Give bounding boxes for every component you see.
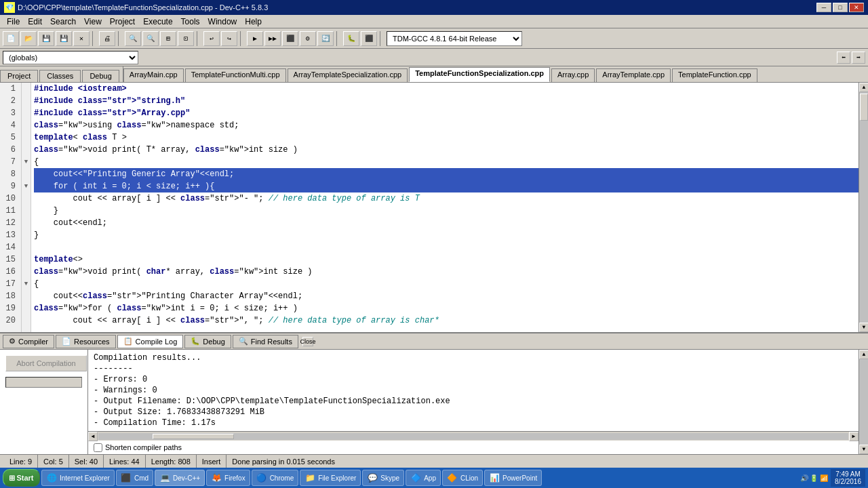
code-line-19[interactable]: class="kw">for ( class="kw">int i = 0; i… [34,302,859,314]
code-line-14[interactable] [34,241,859,253]
scroll-track[interactable] [859,92,868,323]
code-line-9[interactable]: for ( int i = 0; i < size; i++ ){ [34,180,859,192]
close-bottom-panel-button[interactable]: Close [302,337,313,346]
file-tab-Array-cpp[interactable]: Array.cpp [551,68,595,82]
close-file-button[interactable]: ✕ [73,31,90,46]
code-line-5[interactable]: template< class T > [34,131,859,144]
bottom-tab-debug[interactable]: 🐛Debug [184,335,231,348]
minimize-button[interactable]: ─ [816,3,831,12]
taskbar-app-firefox[interactable]: 🦊Firefox [206,470,250,486]
menu-item-file[interactable]: File [3,16,24,27]
open-button[interactable]: 📂 [20,31,37,46]
zoom-100-button[interactable]: ⊡ [178,31,194,46]
nav-back-button[interactable]: ⬅ [837,52,850,64]
code-line-17[interactable]: { [34,278,859,290]
file-tab-ArrayMain-cpp[interactable]: ArrayMain.cpp [123,68,184,82]
code-line-7[interactable]: { [34,156,859,168]
code-line-15[interactable]: template<> [34,253,859,266]
file-tab-TemplateFunctionSpecialization-cpp[interactable]: TemplateFunctionSpecialization.cpp [409,67,550,82]
code-line-2[interactable]: #include class="str">"string.h" [34,95,859,107]
code-line-20[interactable]: cout << array[ i ] << class="str">", "; … [34,314,859,327]
taskbar-app-clion[interactable]: 🔶CLion [442,470,483,486]
save-button[interactable]: 💾 [38,31,54,46]
code-line-12[interactable]: cout<<endl; [34,217,859,229]
taskbar-app-cmd[interactable]: ⬛Cmd [116,470,153,486]
stop-button[interactable]: ⬛ [282,31,298,46]
tab-project[interactable]: Project [0,70,38,82]
taskbar-app-powerpoint[interactable]: 📊PowerPoint [484,470,542,486]
horizontal-scrollbar[interactable]: ◀ ▶ [88,431,859,441]
code-line-3[interactable]: #include class="str">"Array.cpp" [34,107,859,119]
close-button[interactable]: ✕ [849,3,864,12]
compile-button[interactable]: ⚙ [300,31,316,46]
nav-forward-button[interactable]: ➡ [852,52,865,64]
zoom-in-button[interactable]: 🔍 [125,31,141,46]
menu-item-window[interactable]: Window [204,16,241,27]
code-line-16[interactable]: class="kw">void print( char* array, clas… [34,266,859,278]
bottom-scroll-track[interactable] [859,359,868,445]
bottom-tab-resources[interactable]: 📄Resources [56,335,116,348]
abort-compilation-button[interactable]: Abort Compilation [5,355,87,371]
scroll-thumb[interactable] [860,94,868,121]
bottom-tab-compiler[interactable]: ⚙Compiler [3,335,54,348]
file-tab-TemplateFunction-cpp[interactable]: TemplateFunction.cpp [672,68,757,82]
scroll-down-button[interactable]: ▼ [859,323,868,332]
compiler-dropdown[interactable]: TDM-GCC 4.8.1 64-bit Release [387,31,522,46]
scroll-right-button[interactable]: ▶ [849,432,859,441]
new-button[interactable]: 📄 [3,31,19,46]
save-all-button[interactable]: 💾 [56,31,72,46]
code-line-1[interactable]: #include <iostream> [34,83,859,95]
zoom-fit-button[interactable]: ⊞ [160,31,176,46]
menu-item-tools[interactable]: Tools [177,16,204,27]
scroll-up-button[interactable]: ▲ [859,83,868,92]
run-button[interactable]: ▶ [247,31,263,46]
bottom-tab-find-results[interactable]: 🔍Find Results [233,335,298,348]
maximize-button[interactable]: □ [833,3,848,12]
code-line-10[interactable]: cout << array[ i ] << class="str">"- "; … [34,192,859,205]
tab-classes[interactable]: Classes [39,70,81,82]
menu-item-execute[interactable]: Execute [139,16,176,27]
menu-item-search[interactable]: Search [46,16,80,27]
scroll-left-button[interactable]: ◀ [88,432,98,441]
start-button[interactable]: ⊞ Start [3,469,40,487]
shorten-paths-checkbox[interactable] [94,443,102,452]
code-line-13[interactable]: } [34,229,859,241]
taskbar-app-internet-explorer[interactable]: 🌐Internet Explorer [41,470,115,486]
tab-debug[interactable]: Debug [82,70,119,82]
taskbar-app-file-explorer[interactable]: 📁File Explorer [300,470,361,486]
code-editor[interactable]: 1234567891011121314151617181920 ▼▼▼ #inc… [0,83,868,332]
taskbar-app-skype[interactable]: 💬Skype [362,470,404,486]
menu-item-edit[interactable]: Edit [24,16,46,27]
fold-marker-9[interactable]: ▼ [22,180,31,192]
code-line-4[interactable]: class="kw">using class="kw">namespace st… [34,119,859,131]
zoom-out-button[interactable]: 🔍 [142,31,159,46]
bottom-tab-compile-log[interactable]: 📋Compile Log [117,335,184,348]
bottom-scroll-up[interactable]: ▲ [859,350,868,359]
undo-button[interactable]: ↩ [203,31,220,46]
print-button[interactable]: 🖨 [99,31,115,46]
rebuild-button[interactable]: 🔄 [317,31,334,46]
bottom-scroll-down[interactable]: ▼ [859,445,868,454]
taskbar-app-dev-c++[interactable]: 💻Dev-C++ [155,470,205,486]
globals-dropdown[interactable]: (globals) [3,51,138,64]
vertical-scrollbar[interactable]: ▲ ▼ [859,83,868,332]
menu-item-project[interactable]: Project [106,16,139,27]
taskbar-app-chrome[interactable]: 🔵Chrome [252,470,299,486]
code-line-6[interactable]: class="kw">void print( T* array, class="… [34,144,859,156]
h-scroll-thumb[interactable] [153,434,234,439]
menu-item-help[interactable]: Help [241,16,266,27]
redo-button[interactable]: ↪ [221,31,237,46]
menu-item-view[interactable]: View [80,16,106,27]
file-tab-ArrayTemplate-cpp[interactable]: ArrayTemplate.cpp [596,68,671,82]
fold-marker-17[interactable]: ▼ [22,278,31,290]
code-line-8[interactable]: cout<<"Printing Generic Array"<<endl; [34,168,859,180]
h-scroll-track[interactable] [98,433,848,440]
file-tab-ArrayTemplateSpecialization-cpp[interactable]: ArrayTemplateSpecialization.cpp [288,68,408,82]
code-line-11[interactable]: } [34,205,859,217]
code-line-18[interactable]: cout<<class="str">"Printing Character Ar… [34,290,859,302]
bottom-scrollbar[interactable]: ▲ ▼ [859,350,868,454]
file-tab-TemplateFunctionMulti-cpp[interactable]: TemplateFunctionMulti.cpp [185,68,286,82]
debug-stop-button[interactable]: ⬛ [361,31,377,46]
taskbar-app-app[interactable]: 🔷App [406,470,441,486]
compile-run-button[interactable]: ▶▶ [264,31,281,46]
